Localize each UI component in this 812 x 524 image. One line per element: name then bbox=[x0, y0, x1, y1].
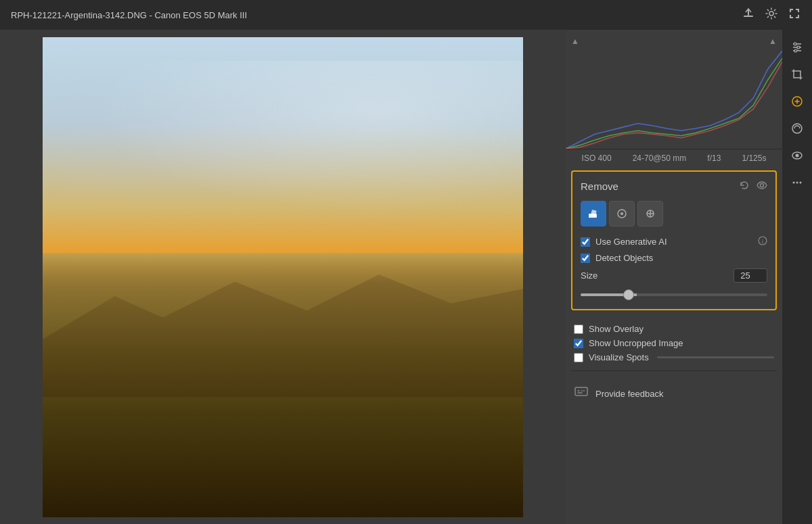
remove-header-icons bbox=[739, 180, 767, 193]
remove-title: Remove bbox=[581, 181, 618, 192]
svg-rect-0 bbox=[744, 16, 753, 17]
svg-point-21 bbox=[794, 49, 797, 52]
sidebar-sliders-icon[interactable] bbox=[785, 35, 809, 59]
use-generative-ai-row: Use Generative AI i bbox=[581, 236, 767, 247]
right-sidebar bbox=[782, 30, 812, 524]
show-uncropped-checkbox[interactable] bbox=[574, 339, 583, 348]
use-generative-ai-checkbox[interactable] bbox=[581, 237, 590, 247]
svg-point-3 bbox=[761, 184, 764, 187]
svg-point-25 bbox=[796, 154, 799, 158]
svg-rect-13 bbox=[575, 387, 587, 396]
remove-panel: Remove bbox=[571, 170, 777, 310]
visibility-icon[interactable] bbox=[757, 180, 767, 193]
options-panel: Show Overlay Show Uncropped Image Visual… bbox=[566, 316, 782, 371]
svg-point-23 bbox=[792, 124, 802, 133]
aperture-info: f/13 bbox=[707, 153, 721, 163]
cloud-layer bbox=[43, 61, 523, 229]
eraser-tool-button[interactable] bbox=[581, 201, 606, 227]
svg-point-20 bbox=[797, 46, 800, 49]
svg-text:i: i bbox=[762, 238, 764, 245]
size-row: Size bbox=[581, 268, 767, 283]
detect-objects-checkbox[interactable] bbox=[581, 254, 590, 263]
use-generative-ai-label[interactable]: Use Generative AI bbox=[595, 237, 667, 247]
photo-container bbox=[43, 37, 523, 517]
histogram-canvas bbox=[566, 47, 782, 149]
sidebar-masking-icon[interactable] bbox=[785, 116, 809, 141]
camera-info: ISO 400 24-70@50 mm f/13 1/125s bbox=[566, 149, 782, 167]
histogram-area: ▲ ▲ ISO 400 24-70@50 mm bbox=[566, 30, 782, 165]
show-overlay-checkbox[interactable] bbox=[574, 325, 583, 334]
clone-tool-button[interactable] bbox=[637, 201, 663, 227]
svg-point-15 bbox=[583, 390, 585, 391]
feedback-label[interactable]: Provide feedback bbox=[595, 389, 663, 399]
svg-point-28 bbox=[800, 182, 802, 184]
histogram-arrows: ▲ ▲ bbox=[566, 35, 782, 47]
detect-objects-row: Detect Objects bbox=[581, 253, 767, 263]
info-icon[interactable]: i bbox=[758, 236, 767, 247]
tool-buttons bbox=[581, 201, 767, 227]
fullscreen-icon[interactable] bbox=[788, 7, 801, 24]
svg-point-7 bbox=[621, 212, 623, 215]
size-input[interactable] bbox=[734, 268, 767, 283]
visualize-spots-row: Visualize Spots bbox=[574, 352, 774, 362]
shutter-info: 1/125s bbox=[742, 153, 766, 163]
visualize-spots-checkbox[interactable] bbox=[574, 353, 583, 362]
svg-point-19 bbox=[794, 43, 796, 45]
svg-point-26 bbox=[793, 182, 795, 184]
show-overlay-row: Show Overlay bbox=[574, 324, 774, 334]
titlebar: RPH-121221-Argentina-3142.DNG - Canon EO… bbox=[0, 0, 812, 30]
export-icon[interactable] bbox=[742, 7, 755, 24]
heal-tool-button[interactable] bbox=[609, 201, 635, 227]
detect-objects-label[interactable]: Detect Objects bbox=[595, 253, 653, 263]
histogram-left-arrow[interactable]: ▲ bbox=[571, 37, 579, 46]
titlebar-actions bbox=[742, 7, 801, 24]
feedback-icon bbox=[574, 385, 589, 403]
remove-header: Remove bbox=[581, 180, 767, 193]
show-uncropped-label[interactable]: Show Uncropped Image bbox=[589, 338, 683, 348]
main-layout: ▲ ▲ ISO 400 24-70@50 mm bbox=[0, 30, 812, 524]
sidebar-healing-icon[interactable] bbox=[785, 89, 809, 114]
titlebar-title: RPH-121221-Argentina-3142.DNG - Canon EO… bbox=[11, 10, 742, 20]
panel-divider bbox=[571, 371, 777, 371]
size-slider[interactable] bbox=[581, 293, 767, 296]
show-overlay-label[interactable]: Show Overlay bbox=[589, 324, 644, 334]
undo-icon[interactable] bbox=[739, 180, 750, 193]
show-uncropped-row: Show Uncropped Image bbox=[574, 338, 774, 348]
feedback-row[interactable]: Provide feedback bbox=[566, 377, 782, 411]
visualize-spots-slider[interactable] bbox=[657, 356, 774, 358]
svg-point-14 bbox=[581, 390, 583, 391]
right-section: ▲ ▲ ISO 400 24-70@50 mm bbox=[566, 30, 812, 524]
right-panel: ▲ ▲ ISO 400 24-70@50 mm bbox=[566, 30, 782, 524]
histogram-right-arrow[interactable]: ▲ bbox=[769, 37, 777, 46]
sidebar-redeye-icon[interactable] bbox=[785, 143, 809, 168]
settings-icon[interactable] bbox=[765, 7, 778, 24]
svg-point-27 bbox=[796, 182, 798, 184]
svg-point-2 bbox=[769, 11, 773, 16]
histogram-svg bbox=[566, 47, 782, 149]
size-label: Size bbox=[581, 270, 734, 281]
photo-background bbox=[43, 37, 523, 517]
sidebar-more-icon[interactable] bbox=[785, 170, 809, 195]
image-area bbox=[0, 30, 566, 524]
lens-info: 24-70@50 mm bbox=[633, 153, 687, 163]
sidebar-crop-icon[interactable] bbox=[785, 62, 809, 87]
visualize-spots-label[interactable]: Visualize Spots bbox=[589, 352, 649, 362]
iso-info: ISO 400 bbox=[582, 153, 612, 163]
slider-container bbox=[581, 288, 767, 298]
